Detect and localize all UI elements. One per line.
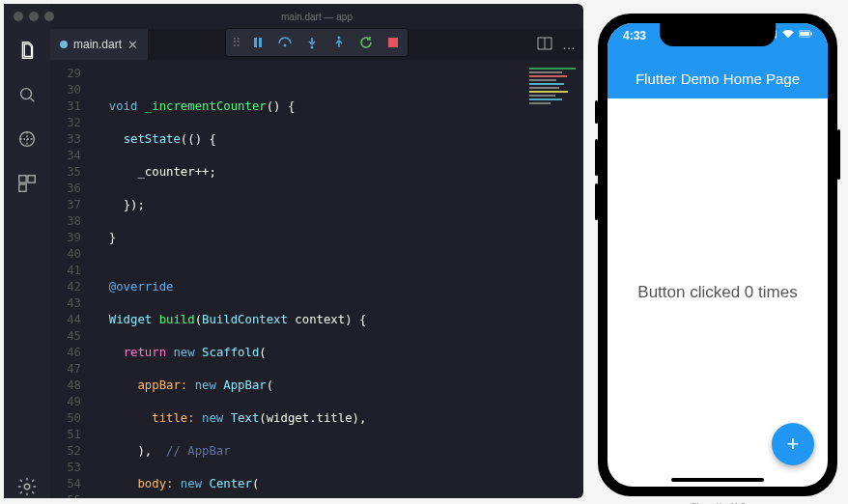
editor-actions: … [537, 29, 576, 60]
code-editor[interactable]: 2930313233343536373839404142434445464748… [50, 60, 583, 498]
svg-rect-2 [19, 176, 26, 182]
line-gutter: 2930313233343536373839404142434445464748… [50, 60, 91, 498]
tab-label: main.dart [73, 38, 122, 51]
tab-bar: main.dart ✕ ⠿ … [50, 29, 583, 60]
svg-rect-19 [800, 32, 809, 36]
svg-point-0 [21, 89, 32, 99]
settings-gear-icon[interactable] [15, 475, 39, 498]
debug-icon[interactable] [15, 127, 39, 151]
vscode-window: main.dart — app main.dart ✕ ⠿ … [4, 4, 583, 498]
search-icon[interactable] [15, 83, 39, 106]
battery-icon [799, 29, 812, 39]
home-indicator[interactable] [671, 478, 764, 482]
svg-rect-11 [388, 38, 398, 47]
appbar-title: Flutter Demo Home Page [636, 70, 800, 87]
vol-down [595, 183, 598, 220]
window-title: main.dart — app [50, 4, 583, 29]
mute-switch [595, 100, 598, 124]
app-bar: Flutter Demo Home Page [608, 58, 828, 98]
window-traffic-lights [14, 12, 54, 21]
restart-icon[interactable] [357, 34, 375, 51]
step-into-icon[interactable] [303, 34, 321, 51]
phone-screen[interactable]: 4:33 Flutter Demo Home Page Button click… [608, 23, 828, 487]
svg-rect-4 [19, 184, 26, 191]
svg-rect-6 [254, 38, 257, 47]
step-over-icon[interactable] [276, 34, 294, 51]
svg-point-9 [311, 46, 314, 49]
code-content[interactable]: void _incrementCounter() { setState(() {… [91, 60, 583, 498]
more-actions-icon[interactable]: … [562, 37, 576, 52]
tab-main-dart[interactable]: main.dart ✕ [50, 29, 148, 60]
status-time: 4:33 [623, 29, 646, 42]
min-dot[interactable] [29, 12, 39, 21]
extensions-icon[interactable] [15, 172, 39, 195]
simulator-pane: 4:33 Flutter Demo Home Page Button click… [587, 0, 848, 504]
plus-icon: + [787, 432, 800, 457]
vol-up [595, 139, 598, 176]
svg-rect-20 [811, 33, 812, 36]
pause-icon[interactable] [249, 34, 267, 51]
iphone-frame: 4:33 Flutter Demo Home Page Button click… [598, 14, 837, 496]
svg-rect-7 [259, 38, 262, 47]
stop-icon[interactable] [384, 34, 402, 51]
floating-action-button[interactable]: + [772, 423, 814, 465]
split-editor-icon[interactable] [537, 37, 552, 53]
svg-point-8 [284, 44, 287, 47]
debug-toolbar[interactable]: ⠿ [225, 28, 409, 57]
close-tab-icon[interactable]: ✕ [127, 38, 138, 52]
step-out-icon[interactable] [330, 34, 348, 51]
wifi-icon [781, 29, 795, 39]
svg-point-10 [338, 37, 341, 40]
explorer-icon[interactable] [15, 39, 39, 62]
side-button [837, 129, 840, 180]
svg-rect-3 [28, 176, 35, 182]
notch [660, 23, 776, 46]
counter-text: Button clicked 0 times [637, 283, 797, 302]
activity-bar [4, 4, 50, 498]
editor-area: main.dart — app main.dart ✕ ⠿ … [50, 4, 583, 498]
file-modified-dot-icon [60, 41, 68, 48]
drag-grip-icon[interactable]: ⠿ [232, 36, 240, 50]
svg-point-5 [24, 484, 30, 490]
close-dot[interactable] [14, 12, 23, 21]
